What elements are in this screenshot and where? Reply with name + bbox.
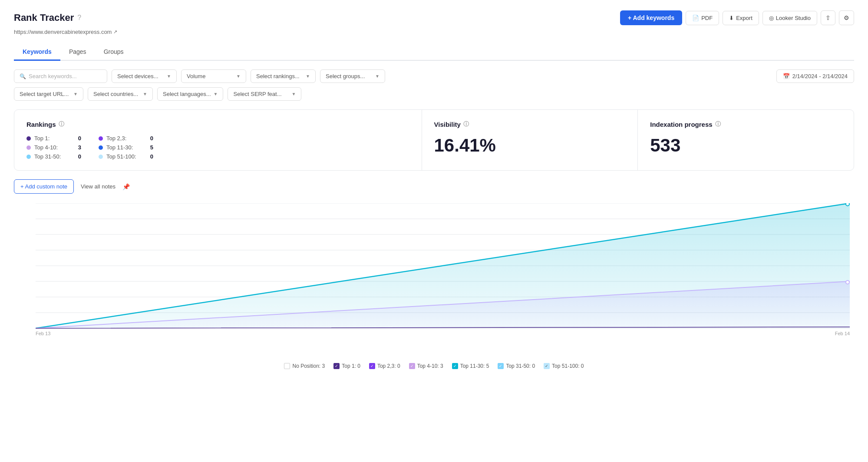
legend-top4-10: ✓ Top 4-10: 3 xyxy=(409,363,443,369)
search-keywords-input-wrapper: 🔍 xyxy=(14,69,107,83)
looker-studio-button[interactable]: ◎ Looker Studio xyxy=(762,11,817,25)
indexation-info-icon[interactable]: ⓘ xyxy=(715,120,721,128)
select-serp-features-dropdown[interactable]: Select SERP feat... ▼ xyxy=(228,87,301,101)
select-countries-dropdown[interactable]: Select countries... ▼ xyxy=(88,87,153,101)
visibility-info-icon[interactable]: ⓘ xyxy=(463,120,469,128)
chevron-down-icon: ▼ xyxy=(167,74,171,79)
add-keywords-button[interactable]: + Add keywords xyxy=(620,10,682,25)
site-url: https://www.denvercabinetexpress.com ↗ xyxy=(14,29,854,35)
export-button[interactable]: ⬇ Export xyxy=(723,11,759,25)
chevron-down-icon: ▼ xyxy=(143,92,147,96)
settings-button[interactable]: ⚙ xyxy=(839,10,854,25)
top31-50-legend-checkbox[interactable]: ✓ xyxy=(498,363,504,369)
search-keywords-input[interactable] xyxy=(29,73,102,79)
chevron-down-icon: ▼ xyxy=(214,92,218,96)
select-groups-dropdown[interactable]: Select groups... ▼ xyxy=(320,69,385,83)
top31-50-dot xyxy=(26,155,31,159)
rankings-chart: 8 7 6 5 4 3 2 1 0 xyxy=(36,203,850,329)
chevron-down-icon: ▼ xyxy=(306,74,310,79)
no-position-checkbox[interactable] xyxy=(284,363,290,369)
help-icon[interactable]: ? xyxy=(77,14,81,22)
looker-icon: ◎ xyxy=(769,15,774,21)
visibility-value: 16.41% xyxy=(434,135,626,156)
chevron-down-icon: ▼ xyxy=(292,92,296,96)
tab-keywords[interactable]: Keywords xyxy=(14,44,60,61)
indexation-card: Indexation progress ⓘ 533 xyxy=(638,110,854,170)
pdf-button[interactable]: 📄 PDF xyxy=(686,11,719,25)
legend-top31-50: ✓ Top 31-50: 0 xyxy=(498,363,535,369)
rankings-col-left: Top 1: 0 Top 4-10: 3 Top 31-50: 0 xyxy=(26,135,81,160)
x-label-feb13: Feb 13 xyxy=(36,331,50,336)
top51-100-legend-checkbox[interactable]: ✓ xyxy=(544,363,550,369)
x-label-feb14: Feb 14 xyxy=(835,331,850,336)
select-rankings-dropdown[interactable]: Select rankings... ▼ xyxy=(251,69,316,83)
svg-point-23 xyxy=(846,203,849,206)
rankings-grid: Top 1: 0 Top 4-10: 3 Top 31-50: 0 xyxy=(26,135,409,160)
rankings-col-right: Top 2,3: 0 Top 11-30: 5 Top 51-100: 0 xyxy=(99,135,153,160)
top1-dot xyxy=(26,136,31,141)
header-right: + Add keywords 📄 PDF ⬇ Export ◎ Looker S… xyxy=(620,10,854,25)
ranking-row-top51-100: Top 51-100: 0 xyxy=(99,153,153,160)
indexation-title: Indexation progress ⓘ xyxy=(650,120,842,128)
visibility-title: Visibility ⓘ xyxy=(434,120,626,128)
tabs-container: Keywords Pages Groups xyxy=(14,44,854,61)
pin-icon[interactable]: 📌 xyxy=(122,183,130,190)
chart-x-labels: Feb 13 Feb 14 xyxy=(36,331,850,336)
top11-30-dot xyxy=(99,145,103,150)
notes-bar: + Add custom note View all notes 📌 xyxy=(14,179,854,194)
ranking-row-top31-50: Top 31-50: 0 xyxy=(26,153,81,160)
indexation-value: 533 xyxy=(650,135,842,156)
view-all-notes-button[interactable]: View all notes xyxy=(81,183,116,190)
site-url-link[interactable]: https://www.denvercabinetexpress.com xyxy=(14,29,112,35)
ranking-row-top11-30: Top 11-30: 5 xyxy=(99,144,153,151)
select-target-url-dropdown[interactable]: Select target URL... ▼ xyxy=(14,87,83,101)
top2-3-legend-checkbox[interactable]: ✓ xyxy=(369,363,375,369)
calendar-icon: 📅 xyxy=(783,73,790,79)
top4-10-dot xyxy=(26,145,31,150)
chart-legend: No Position: 3 ✓ Top 1: 0 ✓ Top 2,3: 0 ✓… xyxy=(14,363,854,369)
legend-top51-100: ✓ Top 51-100: 0 xyxy=(544,363,584,369)
chevron-down-icon: ▼ xyxy=(236,74,241,79)
legend-no-position: No Position: 3 xyxy=(284,363,325,369)
top1-legend-checkbox[interactable]: ✓ xyxy=(333,363,340,369)
chevron-down-icon: ▼ xyxy=(73,92,78,96)
search-icon: 🔍 xyxy=(20,73,26,79)
filters-row1: 🔍 Select devices... ▼ Volume ▼ Select ra… xyxy=(14,69,854,83)
top2-3-dot xyxy=(99,136,103,141)
ranking-row-top2-3: Top 2,3: 0 xyxy=(99,135,153,142)
rankings-info-icon[interactable]: ⓘ xyxy=(59,120,64,128)
top11-30-legend-checkbox[interactable]: ✓ xyxy=(452,363,458,369)
svg-point-24 xyxy=(846,280,849,284)
select-languages-dropdown[interactable]: Select languages... ▼ xyxy=(157,87,223,101)
ranking-row-top1: Top 1: 0 xyxy=(26,135,81,142)
tab-groups[interactable]: Groups xyxy=(95,44,132,61)
legend-top2-3: ✓ Top 2,3: 0 xyxy=(369,363,400,369)
visibility-card: Visibility ⓘ 16.41% xyxy=(422,110,638,170)
stats-cards-row: Rankings ⓘ Top 1: 0 Top 4-10: 3 xyxy=(14,109,854,171)
tab-pages[interactable]: Pages xyxy=(60,44,95,61)
filters-row2: Select target URL... ▼ Select countries.… xyxy=(14,87,854,101)
select-volume-dropdown[interactable]: Volume ▼ xyxy=(181,69,246,83)
rankings-title: Rankings ⓘ xyxy=(26,120,409,128)
legend-top11-30: ✓ Top 11-30: 5 xyxy=(452,363,489,369)
chart-area: 8 7 6 5 4 3 2 1 0 xyxy=(14,199,854,358)
legend-top1: ✓ Top 1: 0 xyxy=(333,363,360,369)
share-button[interactable]: ⇧ xyxy=(821,10,835,25)
header-left: Rank Tracker ? xyxy=(14,12,81,23)
rankings-card: Rankings ⓘ Top 1: 0 Top 4-10: 3 xyxy=(14,110,422,170)
export-icon: ⬇ xyxy=(729,15,734,21)
top4-10-legend-checkbox[interactable]: ✓ xyxy=(409,363,415,369)
ranking-row-top4-10: Top 4-10: 3 xyxy=(26,144,81,151)
page-title: Rank Tracker xyxy=(14,12,74,23)
external-link-icon: ↗ xyxy=(113,29,117,35)
select-devices-dropdown[interactable]: Select devices... ▼ xyxy=(112,69,177,83)
date-range-picker[interactable]: 📅 2/14/2024 - 2/14/2024 xyxy=(776,69,854,83)
top51-100-dot xyxy=(99,155,103,159)
chevron-down-icon: ▼ xyxy=(375,74,380,79)
add-custom-note-button[interactable]: + Add custom note xyxy=(14,179,74,194)
pdf-icon: 📄 xyxy=(692,15,699,21)
